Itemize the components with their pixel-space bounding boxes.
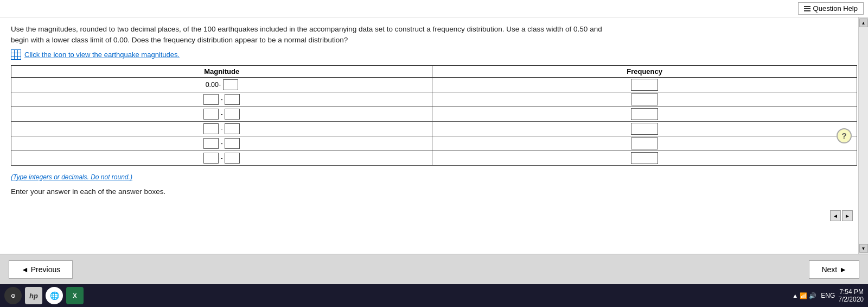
table-row: - [11, 121, 857, 136]
mag-dash-6: - [221, 154, 223, 162]
magnitude-lower-input-5[interactable] [203, 138, 219, 149]
magnitude-cell-3: - [11, 106, 432, 121]
magnitude-col-header: Magnitude [11, 65, 432, 77]
taskbar-icon-excel[interactable]: X [66, 287, 84, 304]
system-tray-icons: ▲ 📶 🔊 [792, 292, 816, 299]
magnitude-lower-input-4[interactable] [203, 123, 219, 134]
table-row: - [11, 136, 857, 151]
table-row: - [11, 151, 857, 165]
magnitude-upper-input-6[interactable] [225, 153, 240, 164]
bottom-nav: ◄ Previous Next ► [0, 254, 868, 284]
right-scrollbar[interactable]: ▲ ▼ [858, 17, 868, 254]
frequency-input-2[interactable] [631, 93, 658, 105]
taskbar-icon-hp[interactable]: hp [25, 287, 42, 304]
content-right-arrow[interactable]: ► [842, 210, 853, 221]
taskbar-system-icons: ▲ 📶 🔊 ENG [792, 292, 835, 299]
click-icon-link[interactable]: Click the icon to view the earthquake ma… [24, 51, 180, 59]
magnitude-lower-input-2[interactable] [203, 94, 219, 105]
grid-icon[interactable] [11, 49, 21, 60]
main-content: ▲ ▼ Use the magnitudes, rounded to two d… [0, 17, 868, 254]
taskbar-icon-chrome[interactable]: 🌐 [46, 287, 63, 304]
magnitude-prefix-1: 0.00- [206, 81, 221, 89]
content-area: Use the magnitudes, rounded to two decim… [0, 17, 868, 254]
magnitude-upper-input-3[interactable] [225, 109, 240, 120]
magnitude-upper-input-5[interactable] [225, 138, 240, 149]
frequency-cell-1 [432, 77, 857, 92]
table-row: - [11, 92, 857, 106]
frequency-table: Magnitude Frequency 0.00- [11, 65, 857, 166]
magnitude-cell-1: 0.00- [11, 77, 432, 92]
frequency-col-header: Frequency [432, 65, 857, 77]
magnitude-cell-5: - [11, 136, 432, 151]
magnitude-cell-4: - [11, 121, 432, 136]
taskbar: ⊙ hp 🌐 X ▲ 📶 🔊 ENG 7:54 PM 7/2/2020 [0, 284, 868, 307]
mag-dash-4: - [221, 125, 223, 133]
date-display: 7/2/2020 [838, 296, 864, 303]
frequency-input-3[interactable] [631, 108, 658, 120]
help-circle-button[interactable]: ? [837, 128, 852, 143]
previous-button[interactable]: ◄ Previous [9, 260, 73, 279]
table-row: 0.00- [11, 77, 857, 92]
frequency-cell-5 [432, 136, 857, 151]
magnitude-upper-input-1[interactable] [223, 79, 238, 90]
content-nav-arrows: ◄ ► [830, 210, 853, 221]
time-display: 7:54 PM [838, 288, 864, 296]
table-row: - [11, 106, 857, 121]
content-left-arrow[interactable]: ◄ [830, 210, 841, 221]
frequency-cell-3 [432, 106, 857, 121]
magnitude-cell-6: - [11, 151, 432, 165]
mag-dash-5: - [221, 140, 223, 147]
frequency-cell-4 [432, 121, 857, 136]
table-note[interactable]: (Type integers or decimals. Do not round… [11, 173, 857, 181]
mag-dash-3: - [221, 110, 223, 118]
frequency-cell-6 [432, 151, 857, 165]
scroll-down-arrow[interactable]: ▼ [859, 244, 868, 253]
mag-dash-2: - [221, 96, 223, 103]
scroll-up-arrow[interactable]: ▲ [859, 18, 868, 27]
taskbar-time[interactable]: 7:54 PM 7/2/2020 [838, 288, 864, 303]
next-button[interactable]: Next ► [809, 260, 859, 279]
frequency-input-4[interactable] [631, 123, 658, 135]
frequency-input-5[interactable] [631, 137, 658, 149]
magnitude-lower-input-3[interactable] [203, 109, 219, 120]
start-button[interactable]: ⊙ [4, 287, 22, 304]
magnitude-cell-2: - [11, 92, 432, 106]
frequency-cell-2 [432, 92, 857, 106]
top-bar: Question Help [0, 0, 868, 17]
magnitude-upper-input-4[interactable] [225, 123, 240, 134]
magnitude-upper-input-2[interactable] [225, 94, 240, 105]
question-text: Use the magnitudes, rounded to two decim… [11, 24, 608, 46]
question-help-button[interactable]: Question Help [798, 2, 864, 15]
lines-icon [804, 6, 810, 11]
frequency-input-1[interactable] [631, 79, 658, 91]
frequency-input-6[interactable] [631, 152, 658, 164]
instruction-text: Enter your answer in each of the answer … [11, 187, 857, 196]
magnitude-lower-input-6[interactable] [203, 153, 219, 164]
taskbar-lang: ENG [821, 292, 835, 299]
click-icon-row: Click the icon to view the earthquake ma… [11, 49, 857, 60]
question-help-label: Question Help [813, 4, 858, 12]
